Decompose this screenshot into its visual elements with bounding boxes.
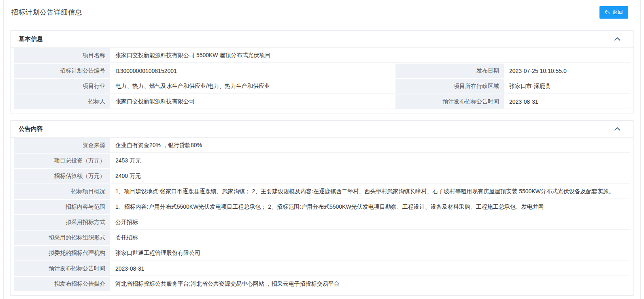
table-row: 拟委托的招标代理机构张家口世通工程管理股份有限公司 xyxy=(14,246,630,261)
field-value: 企业自有资金20% ，银行贷款80% xyxy=(110,138,630,154)
table-row: 项目名称 张家口交投新能源科技有限公司 5500KW 屋顶分布式光伏项目 xyxy=(14,48,630,64)
field-label: 拟采用招标方式 xyxy=(14,215,110,231)
page-container: 招标计划公告详细信息 返回 基本信息 xyxy=(3,0,641,299)
basic-info-title: 基本信息 xyxy=(19,35,43,43)
table-row: 招标人 张家口交投新能源科技有限公司 预计发布招标公告时间 2023-08-31 xyxy=(14,94,630,110)
content-area: 基本信息 项目名称 张家口交投新能源科技有限公司 5500KW 屋顶分布式光伏项… xyxy=(4,25,640,299)
field-value: 2023-08-31 xyxy=(110,261,630,277)
table-row: 拟采用招标方式公开招标 xyxy=(14,215,630,231)
field-value: 2400 万元 xyxy=(110,169,630,184)
field-value: 2023-07-25 10:10:55.0 xyxy=(504,64,630,79)
table-row: 招标估算额（万元）2400 万元 xyxy=(14,169,630,184)
field-label: 项目名称 xyxy=(14,48,110,64)
field-label: 项目行业 xyxy=(14,79,110,94)
field-label: 招标计划公告编号 xyxy=(14,64,110,79)
announcement-table: 资金来源企业自有资金20% ，银行贷款80%项目总投资（万元）2453 万元招标… xyxy=(11,138,633,295)
table-row: 招标内容与范围1、招标内容:户用分布式5500KW光伏发电项目工程总承包； 2、… xyxy=(14,200,630,215)
page-header: 招标计划公告详细信息 返回 xyxy=(4,0,640,25)
basic-info-card: 基本信息 项目名称 张家口交投新能源科技有限公司 5500KW 屋顶分布式光伏项… xyxy=(10,30,634,113)
field-value: 1、项目建设地点:张家口市逐鹿县逐鹿镇、武家沟镇； 2、主要建设规模及内容:在逐… xyxy=(110,184,630,200)
table-row: 项目行业 电力、热力、燃气及水生产和供应业/电力、热力生产和供应业 项目所在行政… xyxy=(14,79,630,94)
field-label: 招标人 xyxy=(14,94,110,110)
table-row: 拟采用的招标组织形式委托招标 xyxy=(14,231,630,246)
back-button-label: 返回 xyxy=(612,9,623,16)
field-value: 1、招标内容:户用分布式5500KW光伏发电项目工程总承包； 2、招标范围:户用… xyxy=(110,200,630,215)
field-label: 招标内容与范围 xyxy=(14,200,110,215)
reply-arrow-icon xyxy=(604,9,610,15)
field-label: 招标估算额（万元） xyxy=(14,169,110,184)
table-row: 项目总投资（万元）2453 万元 xyxy=(14,154,630,169)
field-label: 资金来源 xyxy=(14,138,110,154)
field-label: 预计发布招标公告时间 xyxy=(395,94,504,110)
table-row: 预计发布招标公告时间2023-08-31 xyxy=(14,261,630,277)
back-button[interactable]: 返回 xyxy=(599,6,628,19)
field-value: 委托招标 xyxy=(110,231,630,246)
field-label: 招标项目概况 xyxy=(14,184,110,200)
field-value: 河北省招标投标公共服务平台;河北省公共资源交易中心网站 ，招采云电子招投标交易平… xyxy=(110,277,630,292)
announcement-collapse-button[interactable] xyxy=(613,125,621,133)
field-value: 2023-08-31 xyxy=(504,94,630,110)
field-value: 张家口市-涿鹿县 xyxy=(504,79,630,94)
chevron-up-icon xyxy=(614,36,621,42)
field-label: 拟采用的招标组织形式 xyxy=(14,231,110,246)
basic-info-collapse-button[interactable] xyxy=(613,35,621,43)
field-value: 电力、热力、燃气及水生产和供应业/电力、热力生产和供应业 xyxy=(110,79,395,94)
page-title: 招标计划公告详细信息 xyxy=(11,8,82,17)
announcement-card-header: 公告内容 xyxy=(11,121,633,138)
announcement-card: 公告内容 资金来源企业自有资金20% ，银行贷款80%项目总投资（万元）2453… xyxy=(10,120,634,296)
field-value: 2453 万元 xyxy=(110,154,630,169)
chevron-up-icon xyxy=(614,126,621,132)
basic-info-table: 项目名称 张家口交投新能源科技有限公司 5500KW 屋顶分布式光伏项目 招标计… xyxy=(11,48,633,113)
field-value: 张家口交投新能源科技有限公司 5500KW 屋顶分布式光伏项目 xyxy=(110,48,630,64)
field-value: 张家口交投新能源科技有限公司 xyxy=(110,94,395,110)
field-label: 拟委托的招标代理机构 xyxy=(14,246,110,261)
field-label: 发布日期 xyxy=(395,64,504,79)
table-row: 资金来源企业自有资金20% ，银行贷款80% xyxy=(14,138,630,154)
table-row: 拟发布招标公告媒介河北省招标投标公共服务平台;河北省公共资源交易中心网站 ，招采… xyxy=(14,277,630,292)
field-label: 拟发布招标公告媒介 xyxy=(14,277,110,292)
field-value: I1300000001008152001 xyxy=(110,64,395,79)
field-label: 项目总投资（万元） xyxy=(14,154,110,169)
field-value: 张家口世通工程管理股份有限公司 xyxy=(110,246,630,261)
table-row: 招标计划公告编号 I1300000001008152001 发布日期 2023-… xyxy=(14,64,630,79)
basic-info-card-header: 基本信息 xyxy=(11,31,633,48)
announcement-title: 公告内容 xyxy=(19,125,43,133)
table-row: 招标项目概况1、项目建设地点:张家口市逐鹿县逐鹿镇、武家沟镇； 2、主要建设规模… xyxy=(14,184,630,200)
field-value: 公开招标 xyxy=(110,215,630,231)
field-label: 预计发布招标公告时间 xyxy=(14,261,110,277)
field-label: 项目所在行政区域 xyxy=(395,79,504,94)
